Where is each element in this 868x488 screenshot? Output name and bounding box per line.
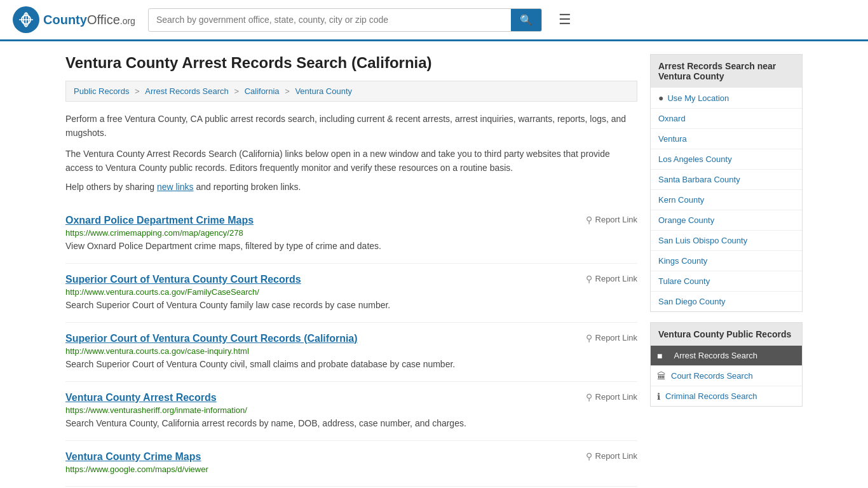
- result-title: Superior Court of Ventura County Court R…: [65, 333, 358, 344]
- page-title: Ventura County Arrest Records Search (Ca…: [65, 54, 637, 72]
- nearby-link[interactable]: San Luis Obispo County: [651, 231, 802, 250]
- breadcrumb-sep2: >: [234, 86, 241, 96]
- result-link[interactable]: Ventura County Arrest Records: [65, 392, 217, 403]
- report-link[interactable]: ⚲ Report Link: [586, 451, 637, 461]
- use-my-location-link[interactable]: Use My Location: [667, 93, 729, 103]
- intro-text-2: The Ventura County Arrest Records Search…: [65, 147, 637, 175]
- report-icon: ⚲: [586, 333, 592, 343]
- site-header: CountyOffice.org 🔍 ☰: [0, 0, 868, 41]
- result-desc: Search Superior Court of Ventura County …: [65, 299, 637, 312]
- public-records-item: ℹ Criminal Records Search: [651, 386, 802, 406]
- result-title: Superior Court of Ventura County Court R…: [65, 274, 301, 285]
- public-records-item: ■ Arrest Records Search: [651, 346, 802, 366]
- nearby-list-item: Los Angeles County: [651, 149, 802, 170]
- result-item: Ventura County Crime Maps ⚲ Report Link …: [65, 441, 637, 487]
- search-icon: 🔍: [520, 15, 532, 25]
- nearby-list-item: San Luis Obispo County: [651, 231, 802, 251]
- report-label: Report Link: [595, 392, 637, 402]
- nearby-section: Arrest Records Search near Ventura Count…: [650, 54, 803, 312]
- use-my-location-row: ● Use My Location: [651, 88, 802, 109]
- nearby-list-item: Kings County: [651, 251, 802, 271]
- nearby-link[interactable]: Oxnard: [651, 109, 802, 128]
- result-link[interactable]: Superior Court of Ventura County Court R…: [65, 333, 358, 344]
- nearby-link[interactable]: Kings County: [651, 251, 802, 271]
- result-header: Ventura County Crime Maps ⚲ Report Link: [65, 451, 637, 463]
- report-label: Report Link: [595, 333, 637, 342]
- report-link[interactable]: ⚲ Report Link: [586, 274, 637, 284]
- result-item: Superior Court of Ventura County Court R…: [65, 323, 637, 382]
- nearby-link[interactable]: Orange County: [651, 210, 802, 230]
- report-link[interactable]: ⚲ Report Link: [586, 392, 637, 402]
- main-content: Ventura County Arrest Records Search (Ca…: [65, 54, 637, 487]
- nearby-link[interactable]: Ventura: [651, 129, 802, 149]
- nearby-list-item: Tulare County: [651, 271, 802, 292]
- result-header: Superior Court of Ventura County Court R…: [65, 333, 637, 344]
- breadcrumb-sep1: >: [135, 86, 142, 96]
- result-link[interactable]: Ventura County Crime Maps: [65, 451, 201, 462]
- nearby-list: OxnardVenturaLos Angeles CountySanta Bar…: [651, 109, 802, 311]
- nearby-list-item: San Diego County: [651, 292, 802, 311]
- intro-text-1: Perform a free Ventura County, CA public…: [65, 112, 637, 140]
- search-bar: 🔍: [148, 8, 542, 32]
- result-desc: View Oxnard Police Department crime maps…: [65, 240, 637, 253]
- result-header: Oxnard Police Department Crime Maps ⚲ Re…: [65, 215, 637, 226]
- result-desc: Search Ventura County, California arrest…: [65, 417, 637, 430]
- hamburger-icon: ☰: [559, 11, 571, 27]
- nearby-header: Arrest Records Search near Ventura Count…: [651, 55, 802, 88]
- breadcrumb: Public Records > Arrest Records Search >…: [65, 81, 637, 102]
- report-link[interactable]: ⚲ Report Link: [586, 215, 637, 225]
- result-item: Ventura County Arrest Records ⚲ Report L…: [65, 382, 637, 441]
- report-link[interactable]: ⚲ Report Link: [586, 333, 637, 343]
- result-url: https://www.crimemapping.com/map/agency/…: [65, 228, 637, 238]
- report-icon: ⚲: [586, 274, 592, 284]
- result-desc: Search Superior Court of Ventura County …: [65, 358, 637, 371]
- result-title: Ventura County Crime Maps: [65, 451, 201, 463]
- nearby-list-item: Santa Barbara County: [651, 170, 802, 190]
- result-header: Superior Court of Ventura County Court R…: [65, 274, 637, 285]
- site-logo[interactable]: CountyOffice.org: [13, 6, 135, 33]
- nearby-list-item: Oxnard: [651, 109, 802, 129]
- logo-text: CountyOffice.org: [43, 13, 135, 27]
- pr-icon: ■: [657, 351, 662, 361]
- result-item: Oxnard Police Department Crime Maps ⚲ Re…: [65, 205, 637, 264]
- public-records-link[interactable]: Court Records Search: [671, 366, 758, 386]
- public-records-link[interactable]: Criminal Records Search: [665, 386, 763, 406]
- pr-icon: ℹ: [657, 391, 660, 402]
- nearby-link[interactable]: San Diego County: [651, 292, 802, 311]
- result-item: Superior Court of Ventura County Court R…: [65, 264, 637, 323]
- report-icon: ⚲: [586, 392, 592, 402]
- public-records-list: ■ Arrest Records Search 🏛 Court Records …: [651, 346, 802, 406]
- breadcrumb-public-records[interactable]: Public Records: [74, 86, 129, 96]
- public-records-link[interactable]: Arrest Records Search: [667, 346, 764, 365]
- report-label: Report Link: [595, 274, 637, 283]
- report-icon: ⚲: [586, 215, 592, 225]
- search-input[interactable]: [149, 10, 511, 30]
- results-list: Oxnard Police Department Crime Maps ⚲ Re…: [65, 205, 637, 487]
- new-links[interactable]: new links: [157, 182, 194, 192]
- breadcrumb-arrest-records[interactable]: Arrest Records Search: [145, 86, 229, 96]
- nearby-link[interactable]: Santa Barbara County: [651, 170, 802, 189]
- public-records-item: 🏛 Court Records Search: [651, 366, 802, 386]
- public-records-section: Ventura County Public Records ■ Arrest R…: [650, 322, 803, 407]
- nearby-list-item: Ventura: [651, 129, 802, 149]
- logo-icon: [13, 6, 39, 33]
- result-title: Oxnard Police Department Crime Maps: [65, 215, 254, 226]
- search-button[interactable]: 🔍: [511, 9, 541, 31]
- result-url: https://www.venturasheriff.org/inmate-in…: [65, 405, 637, 415]
- result-url: http://www.ventura.courts.ca.gov/FamilyC…: [65, 287, 637, 297]
- result-link[interactable]: Superior Court of Ventura County Court R…: [65, 274, 301, 285]
- public-records-header: Ventura County Public Records: [651, 323, 802, 346]
- result-link[interactable]: Oxnard Police Department Crime Maps: [65, 215, 254, 226]
- breadcrumb-california[interactable]: California: [245, 86, 280, 96]
- report-icon: ⚲: [586, 451, 592, 461]
- sidebar: Arrest Records Search near Ventura Count…: [650, 54, 803, 487]
- breadcrumb-sep3: >: [285, 86, 292, 96]
- location-icon: ●: [658, 93, 663, 103]
- nearby-link[interactable]: Los Angeles County: [651, 149, 802, 169]
- nearby-link[interactable]: Kern County: [651, 190, 802, 210]
- nearby-link[interactable]: Tulare County: [651, 271, 802, 291]
- breadcrumb-ventura-county[interactable]: Ventura County: [295, 86, 352, 96]
- result-url: https://www.google.com/maps/d/viewer: [65, 464, 637, 474]
- hamburger-menu-button[interactable]: ☰: [555, 8, 575, 32]
- nearby-list-item: Kern County: [651, 190, 802, 210]
